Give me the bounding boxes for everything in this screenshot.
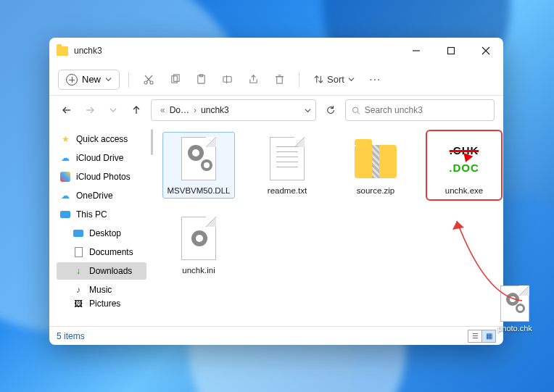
sidebar-item-this-pc[interactable]: This PC [57,206,146,223]
download-icon: ↓ [73,265,84,277]
file-label: MSVBVM50.DLL [168,186,231,195]
chk-file-icon [500,285,529,322]
delete-icon[interactable] [268,70,290,90]
file-item[interactable]: .CHK .DOC unchk.exe [428,132,500,199]
file-label: readme.txt [268,186,307,195]
sidebar-item-label: OneDrive [76,191,113,201]
sidebar-item-pictures[interactable]: 🖼Pictures [57,300,146,307]
sidebar-item-label: This PC [76,209,107,220]
new-label: New [82,74,101,85]
file-item[interactable]: readme.txt [251,132,323,199]
up-button[interactable] [128,101,145,119]
unchk-exe-icon: .CHK .DOC [441,135,487,182]
minimize-button[interactable] [406,41,426,61]
breadcrumb-segment[interactable]: unchk3 [201,105,229,115]
sidebar-item-icloud-drive[interactable]: ☁iCloud Drive [57,149,146,167]
chevron-right-icon: › [194,105,197,115]
zip-file-icon [352,135,399,182]
cloud-icon: ☁ [59,190,71,201]
sidebar-item-desktop[interactable]: Desktop [57,225,146,242]
sidebar-item-onedrive[interactable]: ☁OneDrive [57,187,146,204]
chevron-down-icon[interactable] [305,107,311,114]
paste-icon[interactable] [190,70,212,90]
new-button[interactable]: New [58,70,120,90]
file-item[interactable]: unchk.ini [162,212,235,278]
back-button[interactable] [58,101,75,119]
sort-label: Sort [327,74,344,85]
photos-icon [59,171,71,183]
maximize-button[interactable] [441,41,461,61]
sidebar-item-downloads[interactable]: ↓Downloads [57,262,146,280]
titlebar[interactable]: unchk3 [49,38,503,64]
item-count: 5 items [57,331,85,341]
toolbar: New Sort ··· [49,64,503,96]
svg-rect-1 [448,48,455,54]
refresh-button[interactable] [322,105,339,115]
unchk-icon-bottom: .DOC [449,162,479,174]
file-pane[interactable]: MSVBVM50.DLL readme.txt source.zip [154,125,503,326]
breadcrumb-segment[interactable]: Do… [170,105,189,115]
more-button[interactable]: ··· [365,70,386,90]
breadcrumb-sep: « [160,105,165,115]
sidebar-item-quick-access[interactable]: ★Quick access [57,130,146,148]
sidebar-item-label: Desktop [89,228,121,238]
music-icon: ♪ [73,284,84,296]
sidebar-item-label: Documents [89,247,133,257]
icons-view-button[interactable]: ▦ [481,330,496,343]
desktop-file[interactable]: photo.chk [495,285,535,333]
separator [299,72,299,88]
status-bar: 5 items ☰ ▦ [49,326,503,345]
file-item[interactable]: source.zip [339,132,412,199]
sidebar-item-label: Downloads [89,266,132,276]
document-icon [73,246,84,258]
forward-button[interactable] [81,101,99,119]
close-button[interactable] [476,41,496,61]
file-label: unchk.exe [445,186,483,195]
view-switcher[interactable]: ☰ ▦ [468,330,496,343]
search-icon [352,106,360,115]
share-icon[interactable] [242,70,264,90]
desktop-file-label: photo.chk [497,324,532,333]
pictures-icon: 🖼 [73,300,84,307]
sort-icon [314,75,323,84]
monitor-icon [73,228,84,239]
search-input[interactable] [365,105,488,115]
text-file-icon [264,135,310,182]
star-icon: ★ [59,133,71,145]
monitor-icon [59,209,71,220]
address-bar[interactable]: « Do… › unchk3 [151,99,316,121]
explorer-window: unchk3 New Sort [49,38,503,345]
ini-file-icon [175,215,222,262]
file-label: source.zip [357,186,394,195]
recent-dropdown[interactable] [104,101,122,119]
file-label: unchk.ini [182,266,215,275]
chevron-down-icon [105,76,112,83]
svg-point-22 [352,107,357,112]
details-view-button[interactable]: ☰ [468,330,482,343]
dll-file-icon [175,135,222,182]
svg-rect-14 [276,77,282,83]
sidebar-item-icloud-photos[interactable]: iCloud Photos [57,168,146,185]
sidebar-item-label: iCloud Drive [76,153,123,163]
folder-icon [57,46,68,56]
file-item[interactable]: MSVBVM50.DLL [162,132,235,199]
sidebar-item-label: iCloud Photos [76,172,131,182]
svg-line-23 [357,112,360,114]
sidebar-item-label: Pictures [89,300,120,307]
window-title: unchk3 [74,46,102,56]
sidebar-item-documents[interactable]: Documents [57,243,146,261]
plus-icon [66,74,78,86]
separator [128,72,129,88]
cut-icon[interactable] [138,70,160,90]
rename-icon[interactable] [216,70,238,90]
sidebar-item-music[interactable]: ♪Music [57,281,146,299]
nav-row: « Do… › unchk3 [49,96,503,125]
sidebar-item-label: Music [89,285,112,295]
search-box[interactable] [345,99,495,121]
sort-button[interactable]: Sort [308,71,360,88]
sidebar: ★Quick access ☁iCloud Drive iCloud Photo… [49,125,149,326]
cloud-icon: ☁ [59,152,71,164]
sidebar-item-label: Quick access [76,134,128,144]
svg-rect-12 [223,77,231,83]
copy-icon[interactable] [164,70,186,90]
